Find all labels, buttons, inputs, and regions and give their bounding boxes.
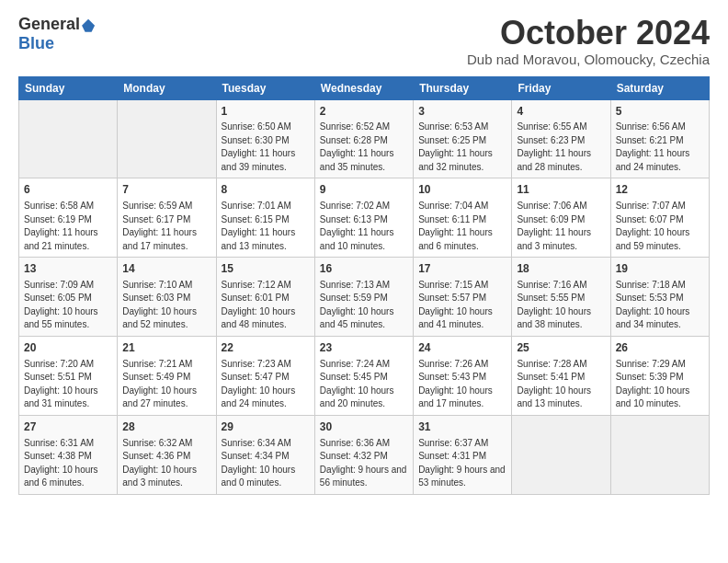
calendar-cell: 30Sunrise: 6:36 AM Sunset: 4:32 PM Dayli… <box>314 415 413 494</box>
day-number: 9 <box>320 182 408 198</box>
calendar-cell <box>118 99 216 178</box>
calendar-cell: 14Sunrise: 7:10 AM Sunset: 6:03 PM Dayli… <box>118 258 216 337</box>
calendar-week-row: 1Sunrise: 6:50 AM Sunset: 6:30 PM Daylig… <box>19 99 710 178</box>
day-number: 14 <box>122 261 210 277</box>
day-number: 16 <box>320 261 408 277</box>
calendar-cell: 10Sunrise: 7:04 AM Sunset: 6:11 PM Dayli… <box>414 178 512 258</box>
day-info: Sunrise: 6:55 AM Sunset: 6:23 PM Dayligh… <box>517 121 605 174</box>
calendar-cell <box>19 99 118 178</box>
day-number: 8 <box>222 182 310 198</box>
day-info: Sunrise: 7:21 AM Sunset: 5:49 PM Dayligh… <box>122 358 210 411</box>
day-number: 26 <box>616 340 704 356</box>
title-area: October 2024 Dub nad Moravou, Olomoucky,… <box>467 15 710 67</box>
day-info: Sunrise: 6:31 AM Sunset: 4:38 PM Dayligh… <box>24 437 112 490</box>
day-number: 22 <box>222 340 310 356</box>
day-of-week-header: Friday <box>512 76 610 99</box>
day-info: Sunrise: 7:18 AM Sunset: 5:53 PM Dayligh… <box>616 279 704 332</box>
day-info: Sunrise: 7:29 AM Sunset: 5:39 PM Dayligh… <box>616 358 704 411</box>
day-number: 12 <box>616 182 704 198</box>
day-number: 15 <box>222 261 310 277</box>
calendar-cell: 12Sunrise: 7:07 AM Sunset: 6:07 PM Dayli… <box>610 178 709 258</box>
calendar-cell: 31Sunrise: 6:37 AM Sunset: 4:31 PM Dayli… <box>414 415 512 494</box>
day-of-week-header: Wednesday <box>314 76 413 99</box>
day-info: Sunrise: 6:56 AM Sunset: 6:21 PM Dayligh… <box>616 121 704 174</box>
calendar-cell <box>512 415 610 494</box>
day-of-week-header: Saturday <box>610 76 709 99</box>
day-number: 24 <box>418 340 506 356</box>
calendar-cell: 2Sunrise: 6:52 AM Sunset: 6:28 PM Daylig… <box>314 99 413 178</box>
calendar-cell: 5Sunrise: 6:56 AM Sunset: 6:21 PM Daylig… <box>610 99 709 178</box>
calendar-cell: 24Sunrise: 7:26 AM Sunset: 5:43 PM Dayli… <box>414 336 512 415</box>
calendar-cell: 11Sunrise: 7:06 AM Sunset: 6:09 PM Dayli… <box>512 178 610 258</box>
day-number: 10 <box>418 182 506 198</box>
calendar-week-row: 13Sunrise: 7:09 AM Sunset: 6:05 PM Dayli… <box>19 258 710 337</box>
calendar-cell: 3Sunrise: 6:53 AM Sunset: 6:25 PM Daylig… <box>414 99 512 178</box>
day-number: 29 <box>222 419 310 435</box>
calendar-cell: 4Sunrise: 6:55 AM Sunset: 6:23 PM Daylig… <box>512 99 610 178</box>
logo-line1: General <box>18 15 95 34</box>
calendar-cell: 8Sunrise: 7:01 AM Sunset: 6:15 PM Daylig… <box>216 178 314 258</box>
subtitle: Dub nad Moravou, Olomoucky, Czechia <box>467 52 710 67</box>
day-number: 21 <box>122 340 210 356</box>
day-number: 6 <box>24 182 112 198</box>
calendar-cell: 15Sunrise: 7:12 AM Sunset: 6:01 PM Dayli… <box>216 258 314 337</box>
day-info: Sunrise: 7:23 AM Sunset: 5:47 PM Dayligh… <box>222 358 310 411</box>
calendar-cell: 21Sunrise: 7:21 AM Sunset: 5:49 PM Dayli… <box>118 336 216 415</box>
header: General Blue October 2024 Dub nad Moravo… <box>18 15 710 67</box>
logo-icon <box>82 19 95 32</box>
calendar-cell: 26Sunrise: 7:29 AM Sunset: 5:39 PM Dayli… <box>610 336 709 415</box>
day-number: 1 <box>222 104 310 120</box>
day-number: 23 <box>320 340 408 356</box>
calendar-cell: 25Sunrise: 7:28 AM Sunset: 5:41 PM Dayli… <box>512 336 610 415</box>
calendar: SundayMondayTuesdayWednesdayThursdayFrid… <box>18 76 710 495</box>
day-number: 17 <box>418 261 506 277</box>
calendar-cell: 7Sunrise: 6:59 AM Sunset: 6:17 PM Daylig… <box>118 178 216 258</box>
calendar-cell: 27Sunrise: 6:31 AM Sunset: 4:38 PM Dayli… <box>19 415 118 494</box>
day-of-week-header: Sunday <box>19 76 118 99</box>
day-info: Sunrise: 7:04 AM Sunset: 6:11 PM Dayligh… <box>418 200 506 253</box>
calendar-week-row: 27Sunrise: 6:31 AM Sunset: 4:38 PM Dayli… <box>19 415 710 494</box>
day-of-week-header: Thursday <box>414 76 512 99</box>
day-info: Sunrise: 7:07 AM Sunset: 6:07 PM Dayligh… <box>616 200 704 253</box>
calendar-cell: 29Sunrise: 6:34 AM Sunset: 4:34 PM Dayli… <box>216 415 314 494</box>
day-number: 13 <box>24 261 112 277</box>
day-number: 19 <box>616 261 704 277</box>
day-info: Sunrise: 6:58 AM Sunset: 6:19 PM Dayligh… <box>24 200 112 253</box>
day-number: 3 <box>418 104 506 120</box>
day-number: 2 <box>320 104 408 120</box>
calendar-cell: 28Sunrise: 6:32 AM Sunset: 4:36 PM Dayli… <box>118 415 216 494</box>
logo-blue-text: Blue <box>18 34 54 53</box>
calendar-week-row: 20Sunrise: 7:20 AM Sunset: 5:51 PM Dayli… <box>19 336 710 415</box>
days-of-week-row: SundayMondayTuesdayWednesdayThursdayFrid… <box>19 76 710 99</box>
day-number: 28 <box>122 419 210 435</box>
day-info: Sunrise: 7:13 AM Sunset: 5:59 PM Dayligh… <box>320 279 408 332</box>
calendar-body: 1Sunrise: 6:50 AM Sunset: 6:30 PM Daylig… <box>19 99 710 494</box>
calendar-cell: 6Sunrise: 6:58 AM Sunset: 6:19 PM Daylig… <box>19 178 118 258</box>
calendar-cell: 9Sunrise: 7:02 AM Sunset: 6:13 PM Daylig… <box>314 178 413 258</box>
day-number: 30 <box>320 419 408 435</box>
day-info: Sunrise: 6:32 AM Sunset: 4:36 PM Dayligh… <box>122 437 210 490</box>
calendar-cell: 17Sunrise: 7:15 AM Sunset: 5:57 PM Dayli… <box>414 258 512 337</box>
calendar-cell: 16Sunrise: 7:13 AM Sunset: 5:59 PM Dayli… <box>314 258 413 337</box>
logo-general-text: General <box>18 15 80 33</box>
day-number: 27 <box>24 419 112 435</box>
day-info: Sunrise: 7:01 AM Sunset: 6:15 PM Dayligh… <box>222 200 310 253</box>
day-info: Sunrise: 7:16 AM Sunset: 5:55 PM Dayligh… <box>517 279 605 332</box>
calendar-cell: 13Sunrise: 7:09 AM Sunset: 6:05 PM Dayli… <box>19 258 118 337</box>
calendar-cell: 20Sunrise: 7:20 AM Sunset: 5:51 PM Dayli… <box>19 336 118 415</box>
day-number: 20 <box>24 340 112 356</box>
calendar-cell: 23Sunrise: 7:24 AM Sunset: 5:45 PM Dayli… <box>314 336 413 415</box>
day-number: 4 <box>517 104 605 120</box>
calendar-cell: 1Sunrise: 6:50 AM Sunset: 6:30 PM Daylig… <box>216 99 314 178</box>
day-info: Sunrise: 7:20 AM Sunset: 5:51 PM Dayligh… <box>24 358 112 411</box>
day-info: Sunrise: 7:12 AM Sunset: 6:01 PM Dayligh… <box>222 279 310 332</box>
day-number: 11 <box>517 182 605 198</box>
day-info: Sunrise: 6:52 AM Sunset: 6:28 PM Dayligh… <box>320 121 408 174</box>
calendar-cell <box>610 415 709 494</box>
calendar-cell: 22Sunrise: 7:23 AM Sunset: 5:47 PM Dayli… <box>216 336 314 415</box>
day-info: Sunrise: 7:26 AM Sunset: 5:43 PM Dayligh… <box>418 358 506 411</box>
calendar-cell: 18Sunrise: 7:16 AM Sunset: 5:55 PM Dayli… <box>512 258 610 337</box>
day-info: Sunrise: 7:24 AM Sunset: 5:45 PM Dayligh… <box>320 358 408 411</box>
day-number: 5 <box>616 104 704 120</box>
day-number: 31 <box>418 419 506 435</box>
